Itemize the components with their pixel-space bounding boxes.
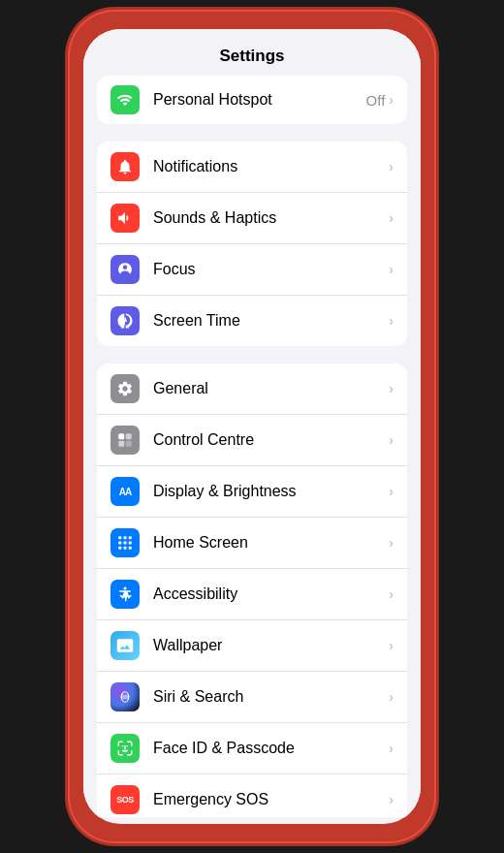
face-id-chevron: › bbox=[389, 741, 394, 756]
sounds-icon bbox=[110, 204, 140, 233]
control-centre-chevron: › bbox=[389, 432, 394, 448]
notifications-label: Notifications bbox=[153, 158, 389, 175]
emergency-sos-icon: SOS bbox=[110, 785, 140, 814]
siri-icon bbox=[110, 682, 140, 711]
face-id-label: Face ID & Passcode bbox=[153, 740, 389, 757]
svg-rect-1 bbox=[126, 433, 132, 439]
focus-chevron: › bbox=[389, 262, 394, 277]
svg-rect-10 bbox=[118, 547, 121, 550]
svg-rect-8 bbox=[124, 542, 127, 545]
display-brightness-label: Display & Brightness bbox=[153, 483, 389, 500]
face-id-item[interactable]: Face ID & Passcode › bbox=[97, 723, 407, 774]
settings-content[interactable]: Personal Hotspot Off › Notifications › bbox=[83, 76, 421, 817]
svg-point-14 bbox=[121, 642, 123, 644]
wallpaper-label: Wallpaper bbox=[153, 637, 389, 654]
screen-time-chevron: › bbox=[389, 313, 394, 329]
section-2: General › Control Centre bbox=[97, 363, 407, 817]
siri-search-chevron: › bbox=[389, 689, 394, 705]
svg-point-13 bbox=[124, 587, 127, 590]
general-chevron: › bbox=[389, 381, 394, 396]
emergency-sos-item[interactable]: SOS Emergency SOS › bbox=[97, 774, 407, 817]
emergency-sos-label: Emergency SOS bbox=[153, 791, 389, 808]
sos-text: SOS bbox=[116, 795, 134, 805]
screen-inner: Settings Personal Hotspot Off › bbox=[83, 29, 421, 824]
siri-search-label: Siri & Search bbox=[153, 688, 389, 706]
title-bar: Settings bbox=[83, 29, 421, 76]
general-label: General bbox=[153, 380, 389, 397]
svg-rect-3 bbox=[126, 441, 132, 447]
focus-icon bbox=[110, 255, 140, 284]
sounds-label: Sounds & Haptics bbox=[153, 209, 389, 227]
screen-time-label: Screen Time bbox=[153, 312, 389, 330]
home-screen-label: Home Screen bbox=[153, 534, 389, 552]
home-screen-item[interactable]: Home Screen › bbox=[97, 518, 407, 569]
display-brightness-chevron: › bbox=[389, 484, 394, 499]
control-centre-item[interactable]: Control Centre › bbox=[97, 415, 407, 466]
svg-point-18 bbox=[127, 745, 129, 747]
hotspot-label: Personal Hotspot bbox=[153, 91, 366, 109]
home-screen-chevron: › bbox=[389, 535, 394, 551]
accessibility-icon bbox=[110, 580, 140, 609]
phone-screen: Settings Personal Hotspot Off › bbox=[83, 29, 421, 824]
svg-rect-2 bbox=[118, 441, 124, 447]
section-top-partial: Personal Hotspot Off › bbox=[97, 76, 407, 124]
hotspot-chevron: › bbox=[389, 92, 394, 108]
svg-rect-12 bbox=[129, 547, 132, 550]
wallpaper-icon bbox=[110, 631, 140, 660]
notifications-item[interactable]: Notifications › bbox=[97, 142, 407, 193]
notifications-icon bbox=[110, 152, 140, 181]
control-centre-icon bbox=[110, 426, 140, 455]
svg-rect-0 bbox=[118, 433, 124, 439]
screen-time-item[interactable]: Screen Time › bbox=[97, 296, 407, 346]
general-icon bbox=[110, 374, 140, 403]
svg-rect-11 bbox=[124, 547, 127, 550]
general-item[interactable]: General › bbox=[97, 363, 407, 415]
hotspot-value: Off bbox=[366, 92, 386, 109]
accessibility-label: Accessibility bbox=[153, 585, 389, 603]
accessibility-chevron: › bbox=[389, 586, 394, 602]
screen-time-icon bbox=[110, 306, 140, 335]
emergency-sos-chevron: › bbox=[389, 792, 394, 807]
sounds-chevron: › bbox=[389, 210, 394, 226]
aa-text: AA bbox=[119, 487, 131, 497]
svg-rect-6 bbox=[129, 536, 132, 539]
control-centre-label: Control Centre bbox=[153, 431, 389, 449]
focus-item[interactable]: Focus › bbox=[97, 244, 407, 296]
focus-label: Focus bbox=[153, 261, 389, 278]
display-brightness-item[interactable]: AA Display & Brightness › bbox=[97, 466, 407, 518]
section-1: Notifications › Sounds & Haptics › bbox=[97, 142, 407, 346]
notifications-chevron: › bbox=[389, 159, 394, 174]
hotspot-icon bbox=[110, 85, 140, 114]
home-screen-icon bbox=[110, 528, 140, 557]
sounds-haptics-item[interactable]: Sounds & Haptics › bbox=[97, 193, 407, 244]
svg-rect-9 bbox=[129, 542, 132, 545]
face-id-icon bbox=[110, 734, 140, 763]
siri-search-item[interactable]: Siri & Search › bbox=[97, 672, 407, 723]
wallpaper-item[interactable]: Wallpaper › bbox=[97, 620, 407, 672]
svg-point-17 bbox=[122, 745, 124, 747]
phone-frame: Settings Personal Hotspot Off › bbox=[68, 10, 436, 843]
display-brightness-icon: AA bbox=[110, 477, 140, 506]
accessibility-item[interactable]: Accessibility › bbox=[97, 569, 407, 620]
svg-rect-7 bbox=[118, 542, 121, 545]
wallpaper-chevron: › bbox=[389, 638, 394, 653]
svg-rect-5 bbox=[124, 536, 127, 539]
page-title: Settings bbox=[83, 47, 421, 66]
svg-rect-4 bbox=[118, 536, 121, 539]
